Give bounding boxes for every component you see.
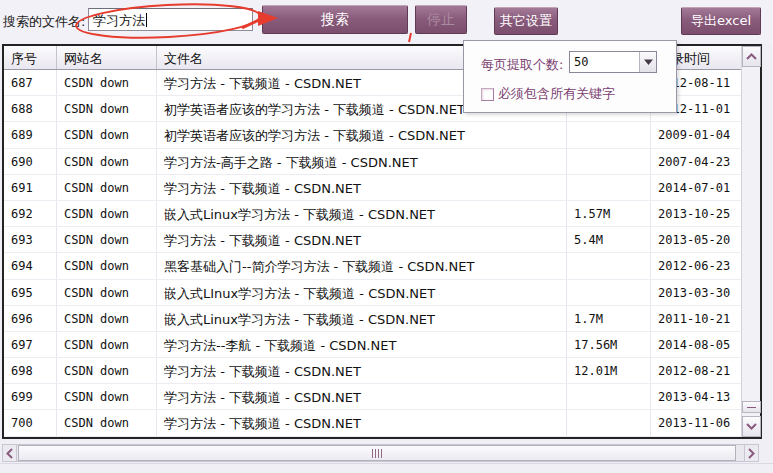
cell-file: 学习方法 - 下载频道 - CSDN.NET — [157, 227, 567, 252]
cell-size — [567, 253, 651, 278]
per-page-dropdown-button[interactable] — [639, 52, 656, 72]
toolbar: 搜索的文件名: 学习方法 搜索 停止 其它设置 导出excel — [0, 0, 773, 44]
cell-size — [567, 280, 651, 305]
cell-file: 嵌入式Linux学习方法 - 下载频道 - CSDN.NET — [157, 201, 567, 226]
cell-no: 696 — [4, 306, 57, 331]
cell-site: CSDN down — [57, 332, 157, 357]
cell-date: 2012-08-21 — [651, 358, 741, 383]
scroll-right-button[interactable] — [744, 445, 758, 461]
cell-date: 2011-10-21 — [651, 306, 741, 331]
cell-no: 698 — [4, 358, 57, 383]
cell-no: 700 — [4, 410, 57, 435]
header-no[interactable]: 序号 — [4, 46, 57, 69]
grip-icon — [372, 449, 373, 458]
cell-file: 学习方法 - 下载频道 - CSDN.NET — [157, 410, 567, 435]
cell-size — [567, 384, 651, 409]
cell-size: 17.56M — [567, 332, 651, 357]
search-button[interactable]: 搜索 — [262, 5, 408, 34]
other-settings-button[interactable]: 其它设置 — [494, 7, 558, 35]
cell-no: 697 — [4, 332, 57, 357]
search-filename-label: 搜索的文件名: — [3, 13, 85, 31]
cell-site: CSDN down — [57, 410, 157, 435]
cell-file: 嵌入式Linux学习方法 - 下载频道 - CSDN.NET — [157, 306, 567, 331]
cell-file: 嵌入式LInux学习方法 - 下载频道 - CSDN.NET — [157, 280, 567, 305]
cell-size — [567, 410, 651, 435]
status-bar — [0, 463, 773, 473]
cell-no: 691 — [4, 175, 57, 200]
cell-date: 2013-05-20 — [651, 227, 741, 252]
grip-icon — [378, 449, 379, 458]
per-page-label: 每页提取个数: — [481, 56, 563, 74]
header-site[interactable]: 网站名 — [57, 46, 157, 69]
horizontal-scrollbar[interactable] — [2, 444, 759, 462]
cell-site: CSDN down — [57, 384, 157, 409]
require-all-keywords-option[interactable]: 必须包含所有关键字 — [481, 85, 615, 103]
cell-file: 学习方法--李航 - 下载频道 - CSDN.NET — [157, 332, 567, 357]
cell-date: 2007-04-23 — [651, 149, 741, 174]
cell-no: 689 — [4, 122, 57, 147]
cell-site: CSDN down — [57, 70, 157, 95]
table-row[interactable]: 696 CSDN down 嵌入式Linux学习方法 - 下载频道 - CSDN… — [4, 306, 741, 332]
export-excel-button[interactable]: 导出excel — [681, 7, 761, 35]
cell-size: 12.01M — [567, 358, 651, 383]
scroll-left-button[interactable] — [3, 445, 17, 461]
cell-date: 2014-08-05 — [651, 332, 741, 357]
cell-site: CSDN down — [57, 227, 157, 252]
cell-size: 5.4M — [567, 227, 651, 252]
cell-size — [567, 175, 651, 200]
cell-site: CSDN down — [57, 122, 157, 147]
cell-site: CSDN down — [57, 306, 157, 331]
text-caret — [146, 13, 147, 27]
grip-icon — [381, 449, 382, 458]
dropdown-arrow-icon — [644, 59, 653, 65]
cell-site: CSDN down — [57, 175, 157, 200]
cell-no: 694 — [4, 253, 57, 278]
table-row[interactable]: 698 CSDN down 学习方法 - 下载频道 - CSDN.NET 12.… — [4, 358, 741, 384]
cell-date: 2013-10-25 — [651, 201, 741, 226]
search-input[interactable]: 学习方法 — [88, 8, 253, 31]
cell-size: 1.7M — [567, 306, 651, 331]
cell-date: 2012-06-23 — [651, 253, 741, 278]
cell-size — [567, 122, 651, 147]
table-row[interactable]: 697 CSDN down 学习方法--李航 - 下载频道 - CSDN.NET… — [4, 332, 741, 358]
scroll-up-button[interactable] — [742, 46, 761, 67]
require-all-keywords-checkbox[interactable] — [481, 88, 494, 101]
cell-size — [567, 149, 651, 174]
cell-file: 学习方法 - 下载频道 - CSDN.NET — [157, 175, 567, 200]
cell-no: 687 — [4, 70, 57, 95]
vertical-scroll-thumb[interactable] — [742, 401, 761, 413]
per-page-dropdown[interactable]: 50 — [569, 51, 657, 73]
chevron-down-icon — [746, 423, 757, 430]
table-row[interactable]: 695 CSDN down 嵌入式LInux学习方法 - 下载频道 - CSDN… — [4, 280, 741, 306]
cell-file: 初学英语者应该的学习方法 - 下载频道 - CSDN.NET — [157, 122, 567, 147]
chevron-right-icon — [748, 448, 755, 459]
cell-date: 2013-03-30 — [651, 280, 741, 305]
cell-no: 688 — [4, 96, 57, 121]
cell-site: CSDN down — [57, 96, 157, 121]
table-row[interactable]: 700 CSDN down 学习方法 - 下载频道 - CSDN.NET 201… — [4, 410, 741, 436]
table-row[interactable]: 694 CSDN down 黑客基础入门--简介学习方法 - 下载频道 - CS… — [4, 253, 741, 279]
chevron-left-icon — [6, 448, 13, 459]
chevron-up-icon — [746, 53, 757, 60]
horizontal-scroll-thumb[interactable] — [18, 445, 736, 461]
per-page-selected-value: 50 — [570, 52, 639, 72]
table-row[interactable]: 689 CSDN down 初学英语者应该的学习方法 - 下载频道 - CSDN… — [4, 122, 741, 148]
table-body: 687 CSDN down 学习方法 - 下载频道 - CSDN.NET 201… — [4, 70, 741, 437]
cell-site: CSDN down — [57, 149, 157, 174]
cell-file: 学习方法 - 下载频道 - CSDN.NET — [157, 384, 567, 409]
table-row[interactable]: 690 CSDN down 学习方法-高手之路 - 下载频道 - CSDN.NE… — [4, 149, 741, 175]
require-all-keywords-label: 必须包含所有关键字 — [498, 85, 615, 103]
table-row[interactable]: 693 CSDN down 学习方法 - 下载频道 - CSDN.NET 5.4… — [4, 227, 741, 253]
cell-no: 695 — [4, 280, 57, 305]
cell-date: 2009-01-04 — [651, 122, 741, 147]
vertical-scrollbar[interactable] — [741, 46, 760, 437]
cell-file: 学习方法-高手之路 - 下载频道 - CSDN.NET — [157, 149, 567, 174]
cell-no: 699 — [4, 384, 57, 409]
table-row[interactable]: 691 CSDN down 学习方法 - 下载频道 - CSDN.NET 201… — [4, 175, 741, 201]
table-row[interactable]: 692 CSDN down 嵌入式Linux学习方法 - 下载频道 - CSDN… — [4, 201, 741, 227]
cell-no: 692 — [4, 201, 57, 226]
cell-no: 690 — [4, 149, 57, 174]
cell-file: 黑客基础入门--简介学习方法 - 下载频道 - CSDN.NET — [157, 253, 567, 278]
table-row[interactable]: 699 CSDN down 学习方法 - 下载频道 - CSDN.NET 201… — [4, 384, 741, 410]
scroll-down-button[interactable] — [742, 416, 761, 437]
